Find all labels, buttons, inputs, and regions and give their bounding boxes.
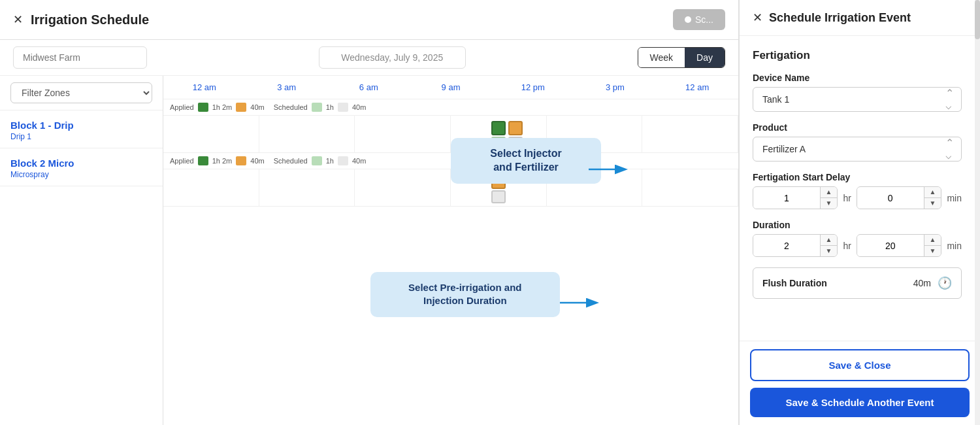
flush-duration-value: 40m — [913, 278, 931, 288]
scheduled-1h: 1h — [326, 103, 334, 111]
applied-label-2: Applied — [170, 157, 194, 165]
right-panel: ✕ Schedule Irrigation Event Fertigation … — [738, 0, 980, 425]
callout-injector-text: Select Injectorand Fertilizer — [490, 148, 561, 173]
grid-line — [355, 169, 451, 206]
left-panel: ✕ Irrigation Schedule Sc... Week Day Fil… — [0, 0, 738, 425]
time-label-4: 12 pm — [492, 82, 574, 92]
grid-line — [163, 116, 259, 152]
duration-hr-up[interactable]: ▲ — [821, 235, 838, 246]
schedule-btn-label: Sc... — [695, 14, 713, 25]
applied-orange-block — [236, 103, 246, 112]
scheduled-green-block — [312, 103, 322, 112]
start-delay-min-unit: min — [947, 193, 962, 203]
day-view-button[interactable]: Day — [685, 48, 725, 67]
start-delay-label: Fertigation Start Delay — [753, 172, 962, 182]
start-delay-hr-input[interactable] — [753, 188, 820, 209]
product-label: Product — [753, 122, 962, 133]
week-view-button[interactable]: Week — [638, 48, 685, 67]
device-select[interactable]: Tank 1 — [753, 87, 962, 112]
start-delay-field: ▲ ▼ hr ▲ ▼ min — [753, 186, 962, 209]
grid-line — [259, 116, 355, 152]
save-close-button[interactable]: Save & Close — [750, 349, 970, 381]
time-header: 12 am 3 am 6 am 9 am 12 pm 3 pm 12 am — [163, 76, 738, 99]
duration-min-input[interactable] — [857, 235, 924, 256]
scrollbar-track — [975, 0, 980, 425]
duration-hr-spinner: ▲ ▼ — [820, 235, 838, 256]
right-panel-body: Fertigation Device Name Tank 1 ⌃⌵ Produc… — [740, 36, 975, 341]
zone1-event-orange-1[interactable] — [508, 121, 523, 135]
zone-item-2: Block 2 Micro Microspray — [0, 148, 163, 186]
filter-zones-select[interactable]: Filter Zones — [10, 82, 152, 103]
duration-hr-down[interactable]: ▼ — [821, 246, 838, 256]
scheduled-label-2: Scheduled — [274, 157, 308, 165]
device-select-wrapper: Tank 1 ⌃⌵ — [753, 87, 962, 112]
applied-40m: 40m — [250, 103, 264, 111]
scrollbar-thumb[interactable] — [975, 0, 980, 39]
duration-min-down[interactable]: ▼ — [924, 246, 941, 256]
right-panel-header: ✕ Schedule Irrigation Event — [740, 0, 980, 36]
start-delay-hr-up[interactable]: ▲ — [821, 187, 838, 198]
duration-hr-input[interactable] — [753, 235, 820, 256]
header-right: Sc... — [673, 9, 725, 30]
zone-2-name: Block 2 Micro — [10, 158, 152, 169]
right-panel-title: Schedule Irrigation Event — [769, 11, 911, 25]
close-right-panel-icon[interactable]: ✕ — [753, 10, 762, 25]
grid-line — [355, 116, 451, 152]
time-label-1: 3 am — [246, 82, 328, 92]
duration-min-up[interactable]: ▲ — [924, 235, 941, 246]
schedule-button[interactable]: Sc... — [673, 9, 725, 30]
start-delay-min-spinner: ▲ ▼ — [924, 187, 941, 209]
flush-value: 40m 🕐 — [913, 276, 952, 290]
duration-label: Duration — [753, 220, 962, 230]
scheduled-light-block — [338, 103, 348, 112]
close-schedule-icon[interactable]: ✕ — [13, 12, 23, 27]
scheduled-green-block-2 — [312, 156, 322, 165]
view-toggle: Week Day — [638, 47, 725, 68]
scheduled-40m: 40m — [352, 103, 366, 111]
duration-min-spinner: ▲ ▼ — [924, 235, 941, 256]
zone1-event-green-1[interactable] — [491, 121, 506, 135]
start-delay-min-up[interactable]: ▲ — [924, 187, 941, 198]
header: ✕ Irrigation Schedule Sc... — [0, 0, 738, 40]
scheduled-light-block-2 — [338, 156, 348, 165]
duration-min-group: ▲ ▼ — [857, 234, 941, 257]
callout-preirrigation-text: Select Pre-irrigation andInjection Durat… — [408, 282, 521, 306]
clock-icon[interactable]: 🕐 — [938, 276, 952, 290]
duration-hr-unit: hr — [843, 241, 851, 251]
zone2-event-light[interactable] — [491, 190, 506, 203]
zone-list: Filter Zones Block 1 - Drip Drip 1 Block… — [0, 76, 163, 425]
applied-orange-block-2 — [236, 156, 246, 165]
zone-1-legend: Applied 1h 2m 40m Scheduled 1h 40m — [163, 99, 738, 116]
save-schedule-button[interactable]: Save & Schedule Another Event — [750, 388, 970, 417]
device-name-label: Device Name — [753, 73, 962, 83]
flush-label: Flush Duration — [762, 278, 827, 288]
time-label-6: 12 am — [656, 82, 738, 92]
controls-row: Week Day — [0, 40, 738, 76]
scheduled-40m-2: 40m — [352, 157, 366, 165]
date-input[interactable] — [319, 46, 466, 69]
zone-2-sub: Microspray — [10, 170, 152, 179]
callout-preirrigation: Select Pre-irrigation andInjection Durat… — [370, 272, 560, 317]
product-select-wrapper: Fertilizer A ⌃⌵ — [753, 137, 962, 162]
start-delay-hr-unit: hr — [843, 193, 851, 203]
zone-1-sub: Drip 1 — [10, 132, 152, 141]
start-delay-min-group: ▲ ▼ — [857, 186, 941, 209]
applied-40m-2: 40m — [250, 157, 264, 165]
start-delay-hr-down[interactable]: ▼ — [821, 198, 838, 209]
callout-injector: Select Injectorand Fertilizer — [451, 138, 601, 184]
timeline-area: Filter Zones Block 1 - Drip Drip 1 Block… — [0, 76, 738, 425]
farm-select[interactable] — [13, 46, 147, 69]
start-delay-min-down[interactable]: ▼ — [924, 198, 941, 209]
scheduled-1h-2: 1h — [326, 157, 334, 165]
timeline-grid: 12 am 3 am 6 am 9 am 12 pm 3 pm 12 am Ap… — [163, 76, 738, 425]
date-nav — [155, 46, 630, 69]
time-label-3: 9 am — [410, 82, 492, 92]
start-delay-hr-group: ▲ ▼ — [753, 186, 838, 209]
schedule-dot-icon — [685, 16, 691, 23]
zone-item-1: Block 1 - Drip Drip 1 — [0, 110, 163, 148]
grid-line — [163, 169, 259, 206]
applied-1h2m-2: 1h 2m — [212, 157, 233, 165]
product-select[interactable]: Fertilizer A — [753, 137, 962, 162]
duration-hr-group: ▲ ▼ — [753, 234, 838, 257]
start-delay-min-input[interactable] — [857, 188, 924, 209]
